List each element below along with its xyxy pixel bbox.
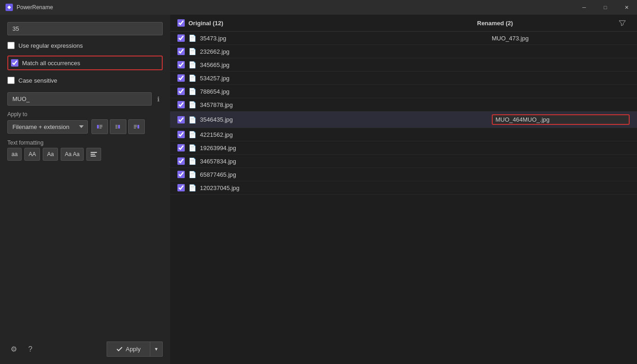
file-check-cell — [177, 131, 188, 138]
svg-rect-10 — [137, 125, 139, 129]
file-checkbox[interactable] — [177, 171, 185, 178]
svg-rect-7 — [115, 126, 118, 127]
apply-to-row: Filename + extension Filename only Exten… — [7, 119, 163, 134]
renamed-header: Renamed (2) — [477, 20, 615, 27]
svg-rect-13 — [91, 152, 97, 153]
filter-icon-cell — [615, 19, 630, 27]
table-row[interactable]: 📄 34657834.jpg — [170, 155, 637, 168]
replace-input[interactable] — [7, 92, 152, 106]
table-row[interactable]: 📄 65877465.jpg — [170, 168, 637, 181]
table-row[interactable]: 📄 788654.jpg — [170, 85, 637, 98]
apply-label: Apply — [125, 346, 141, 353]
tf-btn-lowercase[interactable]: aa — [7, 148, 22, 161]
file-name: 534257.jpg — [200, 75, 492, 82]
match-all-wrapper: Match all occurrences — [7, 56, 163, 70]
maximize-button[interactable]: □ — [595, 0, 616, 15]
file-checkbox[interactable] — [177, 131, 185, 138]
match-all-checkbox[interactable] — [11, 59, 18, 67]
search-input[interactable] — [7, 22, 163, 35]
app-icon — [6, 4, 13, 11]
apply-to-section: Apply to Filename + extension Filename o… — [7, 111, 163, 134]
minimize-button[interactable]: ─ — [574, 0, 595, 15]
svg-rect-8 — [115, 128, 118, 129]
select-all-checkbox[interactable] — [177, 19, 185, 27]
table-row[interactable]: 📄 3546435.jpg MUO_464MUO_.jpg — [170, 112, 637, 128]
file-name: 4221562.jpg — [200, 131, 492, 138]
table-row[interactable]: 📄 120237045.jpg — [170, 181, 637, 195]
apply-dropdown-button[interactable]: ▼ — [150, 342, 163, 357]
file-checkbox[interactable] — [177, 116, 185, 123]
tf-btn-uppercase[interactable]: AA — [24, 148, 40, 161]
close-button[interactable]: ✕ — [616, 0, 637, 15]
file-name: 34657834.jpg — [200, 158, 492, 165]
file-check-cell — [177, 101, 188, 108]
replace-input-row: ℹ — [7, 92, 163, 106]
file-checkbox[interactable] — [177, 74, 185, 82]
case-sensitive-checkbox[interactable] — [7, 77, 15, 84]
file-list: 📄 35473.jpg MUO_473.jpg 📄 232662.jpg 📄 3 — [170, 32, 637, 364]
file-checkbox[interactable] — [177, 61, 185, 68]
apply-btn-group: Apply ▼ — [107, 342, 163, 357]
file-name: 232662.jpg — [200, 48, 492, 55]
tf-btn-list[interactable] — [86, 148, 101, 161]
file-checkbox[interactable] — [177, 144, 185, 151]
file-name: 3457878.jpg — [200, 101, 492, 108]
match-all-row[interactable]: Match all occurrences — [11, 58, 80, 67]
format-btn-prefix[interactable] — [91, 119, 108, 134]
file-check-cell — [177, 74, 188, 82]
help-button[interactable]: ? — [24, 343, 37, 356]
file-icon: 📄 — [188, 131, 196, 138]
case-sensitive-label: Case sensitive — [18, 77, 57, 84]
table-row[interactable]: 📄 534257.jpg — [170, 72, 637, 85]
table-row[interactable]: 📄 35473.jpg MUO_473.jpg — [170, 32, 637, 45]
use-regex-row[interactable]: Use regular expressions — [7, 41, 163, 50]
svg-rect-6 — [118, 125, 120, 129]
file-icon: 📄 — [188, 144, 196, 151]
app-title: PowerRename — [17, 4, 53, 11]
apply-button[interactable]: Apply — [107, 342, 150, 357]
file-icon: 📄 — [188, 116, 196, 123]
svg-rect-1 — [97, 125, 99, 129]
filter-icon[interactable] — [619, 19, 626, 27]
text-format-row: aa AA Aa Aa Aa — [7, 148, 163, 161]
file-icon: 📄 — [188, 184, 196, 191]
case-sensitive-row[interactable]: Case sensitive — [7, 76, 163, 85]
file-icon: 📄 — [188, 48, 196, 55]
table-row[interactable]: 📄 232662.jpg — [170, 45, 637, 58]
use-regex-checkbox[interactable] — [7, 42, 15, 49]
svg-rect-2 — [99, 125, 102, 126]
file-check-cell — [177, 144, 188, 151]
settings-button[interactable]: ⚙ — [7, 343, 20, 356]
file-icon: 📄 — [188, 101, 196, 108]
match-all-label: Match all occurrences — [22, 60, 80, 67]
apply-to-dropdown[interactable]: Filename + extension Filename only Exten… — [7, 120, 88, 134]
format-btn-suffix[interactable] — [128, 119, 145, 134]
file-check-cell — [177, 88, 188, 95]
file-check-cell — [177, 157, 188, 165]
file-checkbox[interactable] — [177, 157, 185, 165]
file-checkbox[interactable] — [177, 48, 185, 55]
file-name: 35473.jpg — [200, 35, 492, 42]
tf-btn-camelcase[interactable]: Aa Aa — [61, 148, 84, 161]
file-name: 65877465.jpg — [200, 171, 492, 178]
file-checkbox[interactable] — [177, 184, 185, 191]
table-row[interactable]: 📄 19263994.jpg — [170, 141, 637, 155]
svg-rect-14 — [91, 154, 95, 155]
table-row[interactable]: 📄 3457878.jpg — [170, 98, 637, 112]
table-row[interactable]: 📄 4221562.jpg — [170, 128, 637, 141]
file-icon: 📄 — [188, 88, 196, 95]
apply-to-label: Apply to — [7, 111, 163, 118]
file-checkbox[interactable] — [177, 34, 185, 42]
format-btn-middle[interactable] — [110, 119, 126, 134]
text-formatting-label: Text formatting — [7, 140, 163, 146]
tf-btn-titlecase[interactable]: Aa — [43, 148, 58, 161]
file-checkbox[interactable] — [177, 88, 185, 95]
table-row[interactable]: 📄 345665.jpg — [170, 58, 637, 72]
file-checkbox[interactable] — [177, 101, 185, 108]
file-check-cell — [177, 61, 188, 68]
file-renamed: MUO_473.jpg — [492, 35, 630, 42]
use-regex-label: Use regular expressions — [18, 42, 83, 49]
file-check-cell — [177, 48, 188, 55]
file-renamed: MUO_464MUO_.jpg — [492, 114, 630, 125]
info-icon[interactable]: ℹ — [154, 95, 163, 104]
